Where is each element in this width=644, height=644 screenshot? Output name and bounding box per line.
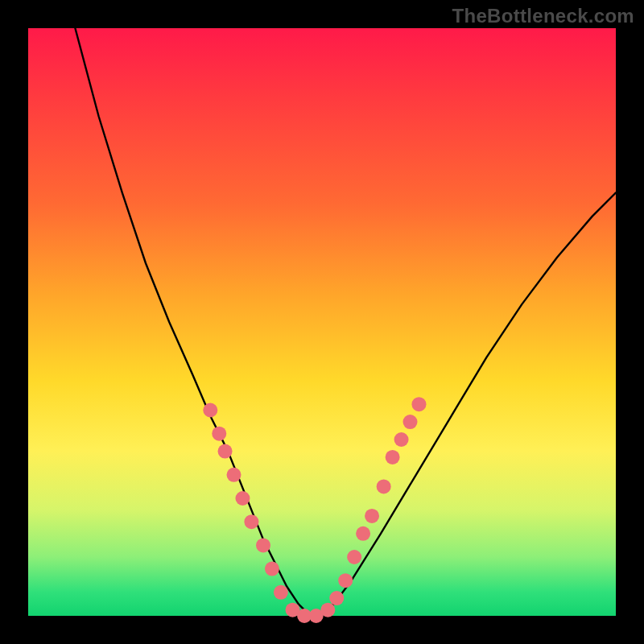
curve-marker <box>356 526 370 541</box>
curve-markers <box>203 397 426 623</box>
watermark-text: TheBottleneck.com <box>452 5 634 27</box>
curve-marker <box>386 450 400 464</box>
curve-marker <box>347 550 361 564</box>
curve-marker <box>365 509 379 523</box>
curve-marker <box>320 603 335 617</box>
curve-marker <box>338 573 353 588</box>
curve-marker <box>265 562 279 576</box>
curve-marker <box>212 427 226 441</box>
curve-marker <box>256 538 270 552</box>
curve-marker <box>377 479 391 493</box>
curve-marker <box>403 415 418 429</box>
curve-marker <box>203 403 217 418</box>
bottleneck-curve <box>75 28 616 616</box>
curve-marker <box>218 444 233 459</box>
chart-frame: TheBottleneck.com <box>0 0 644 644</box>
curve-marker <box>329 591 344 605</box>
plot-area <box>28 28 616 616</box>
curve-marker <box>235 491 250 506</box>
curve-marker <box>411 397 426 411</box>
curve-marker <box>244 514 258 529</box>
curve-marker <box>274 585 288 600</box>
curve-marker <box>394 432 409 447</box>
curve-overlay <box>28 28 616 616</box>
curve-marker <box>227 468 242 482</box>
